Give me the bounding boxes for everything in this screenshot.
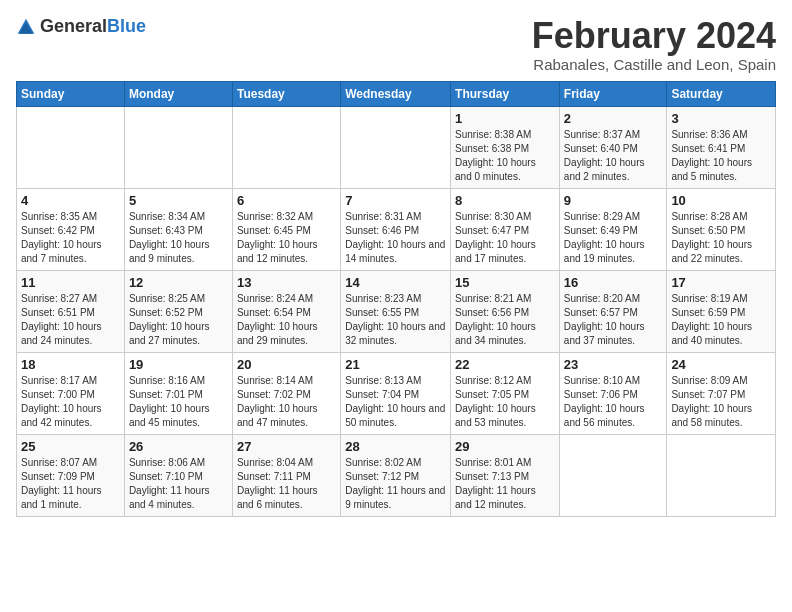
day-number: 8 <box>455 193 555 208</box>
calendar-cell: 28Sunrise: 8:02 AMSunset: 7:12 PMDayligh… <box>341 434 451 516</box>
day-info: Sunrise: 8:14 AMSunset: 7:02 PMDaylight:… <box>237 374 336 430</box>
logo-icon <box>16 17 36 37</box>
day-info: Sunrise: 8:34 AMSunset: 6:43 PMDaylight:… <box>129 210 228 266</box>
calendar-cell: 18Sunrise: 8:17 AMSunset: 7:00 PMDayligh… <box>17 352 125 434</box>
calendar-week-row: 25Sunrise: 8:07 AMSunset: 7:09 PMDayligh… <box>17 434 776 516</box>
calendar-cell: 26Sunrise: 8:06 AMSunset: 7:10 PMDayligh… <box>124 434 232 516</box>
calendar-cell: 4Sunrise: 8:35 AMSunset: 6:42 PMDaylight… <box>17 188 125 270</box>
logo-blue: Blue <box>107 16 146 36</box>
logo-text: GeneralBlue <box>40 16 146 37</box>
day-of-week-thursday: Thursday <box>451 81 560 106</box>
day-number: 23 <box>564 357 663 372</box>
day-info: Sunrise: 8:17 AMSunset: 7:00 PMDaylight:… <box>21 374 120 430</box>
calendar-week-row: 11Sunrise: 8:27 AMSunset: 6:51 PMDayligh… <box>17 270 776 352</box>
day-info: Sunrise: 8:21 AMSunset: 6:56 PMDaylight:… <box>455 292 555 348</box>
day-info: Sunrise: 8:13 AMSunset: 7:04 PMDaylight:… <box>345 374 446 430</box>
calendar-cell: 12Sunrise: 8:25 AMSunset: 6:52 PMDayligh… <box>124 270 232 352</box>
calendar-cell: 21Sunrise: 8:13 AMSunset: 7:04 PMDayligh… <box>341 352 451 434</box>
month-title: February 2024 <box>532 16 776 56</box>
day-of-week-sunday: Sunday <box>17 81 125 106</box>
calendar-cell: 15Sunrise: 8:21 AMSunset: 6:56 PMDayligh… <box>451 270 560 352</box>
day-info: Sunrise: 8:35 AMSunset: 6:42 PMDaylight:… <box>21 210 120 266</box>
day-of-week-wednesday: Wednesday <box>341 81 451 106</box>
day-number: 7 <box>345 193 446 208</box>
day-number: 4 <box>21 193 120 208</box>
day-number: 26 <box>129 439 228 454</box>
calendar-cell: 11Sunrise: 8:27 AMSunset: 6:51 PMDayligh… <box>17 270 125 352</box>
day-info: Sunrise: 8:24 AMSunset: 6:54 PMDaylight:… <box>237 292 336 348</box>
day-number: 15 <box>455 275 555 290</box>
calendar-cell <box>341 106 451 188</box>
calendar-table: SundayMondayTuesdayWednesdayThursdayFrid… <box>16 81 776 517</box>
day-of-week-monday: Monday <box>124 81 232 106</box>
location-title: Rabanales, Castille and Leon, Spain <box>532 56 776 73</box>
day-number: 3 <box>671 111 771 126</box>
day-number: 25 <box>21 439 120 454</box>
day-number: 19 <box>129 357 228 372</box>
day-info: Sunrise: 8:20 AMSunset: 6:57 PMDaylight:… <box>564 292 663 348</box>
day-number: 24 <box>671 357 771 372</box>
calendar-cell: 2Sunrise: 8:37 AMSunset: 6:40 PMDaylight… <box>559 106 667 188</box>
day-info: Sunrise: 8:19 AMSunset: 6:59 PMDaylight:… <box>671 292 771 348</box>
day-info: Sunrise: 8:32 AMSunset: 6:45 PMDaylight:… <box>237 210 336 266</box>
calendar-cell: 6Sunrise: 8:32 AMSunset: 6:45 PMDaylight… <box>232 188 340 270</box>
day-number: 27 <box>237 439 336 454</box>
calendar-cell: 19Sunrise: 8:16 AMSunset: 7:01 PMDayligh… <box>124 352 232 434</box>
calendar-cell: 1Sunrise: 8:38 AMSunset: 6:38 PMDaylight… <box>451 106 560 188</box>
day-info: Sunrise: 8:25 AMSunset: 6:52 PMDaylight:… <box>129 292 228 348</box>
calendar-cell: 10Sunrise: 8:28 AMSunset: 6:50 PMDayligh… <box>667 188 776 270</box>
calendar-cell: 13Sunrise: 8:24 AMSunset: 6:54 PMDayligh… <box>232 270 340 352</box>
day-info: Sunrise: 8:30 AMSunset: 6:47 PMDaylight:… <box>455 210 555 266</box>
day-info: Sunrise: 8:06 AMSunset: 7:10 PMDaylight:… <box>129 456 228 512</box>
calendar-week-row: 1Sunrise: 8:38 AMSunset: 6:38 PMDaylight… <box>17 106 776 188</box>
calendar-cell <box>559 434 667 516</box>
calendar-cell: 23Sunrise: 8:10 AMSunset: 7:06 PMDayligh… <box>559 352 667 434</box>
calendar-header-row: SundayMondayTuesdayWednesdayThursdayFrid… <box>17 81 776 106</box>
calendar-cell <box>124 106 232 188</box>
calendar-week-row: 18Sunrise: 8:17 AMSunset: 7:00 PMDayligh… <box>17 352 776 434</box>
day-info: Sunrise: 8:36 AMSunset: 6:41 PMDaylight:… <box>671 128 771 184</box>
day-info: Sunrise: 8:16 AMSunset: 7:01 PMDaylight:… <box>129 374 228 430</box>
day-number: 9 <box>564 193 663 208</box>
calendar-cell: 24Sunrise: 8:09 AMSunset: 7:07 PMDayligh… <box>667 352 776 434</box>
day-info: Sunrise: 8:10 AMSunset: 7:06 PMDaylight:… <box>564 374 663 430</box>
calendar-cell: 5Sunrise: 8:34 AMSunset: 6:43 PMDaylight… <box>124 188 232 270</box>
day-number: 21 <box>345 357 446 372</box>
day-info: Sunrise: 8:29 AMSunset: 6:49 PMDaylight:… <box>564 210 663 266</box>
day-number: 18 <box>21 357 120 372</box>
day-number: 11 <box>21 275 120 290</box>
calendar-cell: 16Sunrise: 8:20 AMSunset: 6:57 PMDayligh… <box>559 270 667 352</box>
calendar-cell <box>232 106 340 188</box>
day-number: 10 <box>671 193 771 208</box>
calendar-cell <box>17 106 125 188</box>
calendar-cell: 27Sunrise: 8:04 AMSunset: 7:11 PMDayligh… <box>232 434 340 516</box>
day-info: Sunrise: 8:27 AMSunset: 6:51 PMDaylight:… <box>21 292 120 348</box>
day-number: 22 <box>455 357 555 372</box>
day-info: Sunrise: 8:09 AMSunset: 7:07 PMDaylight:… <box>671 374 771 430</box>
calendar-cell: 7Sunrise: 8:31 AMSunset: 6:46 PMDaylight… <box>341 188 451 270</box>
logo: GeneralBlue <box>16 16 146 37</box>
calendar-cell: 3Sunrise: 8:36 AMSunset: 6:41 PMDaylight… <box>667 106 776 188</box>
calendar-cell: 25Sunrise: 8:07 AMSunset: 7:09 PMDayligh… <box>17 434 125 516</box>
day-info: Sunrise: 8:02 AMSunset: 7:12 PMDaylight:… <box>345 456 446 512</box>
day-number: 13 <box>237 275 336 290</box>
day-number: 5 <box>129 193 228 208</box>
day-info: Sunrise: 8:37 AMSunset: 6:40 PMDaylight:… <box>564 128 663 184</box>
title-area: February 2024 Rabanales, Castille and Le… <box>532 16 776 73</box>
day-number: 16 <box>564 275 663 290</box>
day-info: Sunrise: 8:07 AMSunset: 7:09 PMDaylight:… <box>21 456 120 512</box>
calendar-cell: 20Sunrise: 8:14 AMSunset: 7:02 PMDayligh… <box>232 352 340 434</box>
calendar-week-row: 4Sunrise: 8:35 AMSunset: 6:42 PMDaylight… <box>17 188 776 270</box>
logo-general: General <box>40 16 107 36</box>
day-of-week-friday: Friday <box>559 81 667 106</box>
day-number: 2 <box>564 111 663 126</box>
calendar-cell: 8Sunrise: 8:30 AMSunset: 6:47 PMDaylight… <box>451 188 560 270</box>
calendar-cell: 14Sunrise: 8:23 AMSunset: 6:55 PMDayligh… <box>341 270 451 352</box>
day-info: Sunrise: 8:31 AMSunset: 6:46 PMDaylight:… <box>345 210 446 266</box>
day-number: 6 <box>237 193 336 208</box>
calendar-cell <box>667 434 776 516</box>
calendar-cell: 22Sunrise: 8:12 AMSunset: 7:05 PMDayligh… <box>451 352 560 434</box>
calendar-cell: 9Sunrise: 8:29 AMSunset: 6:49 PMDaylight… <box>559 188 667 270</box>
calendar-cell: 29Sunrise: 8:01 AMSunset: 7:13 PMDayligh… <box>451 434 560 516</box>
day-of-week-saturday: Saturday <box>667 81 776 106</box>
